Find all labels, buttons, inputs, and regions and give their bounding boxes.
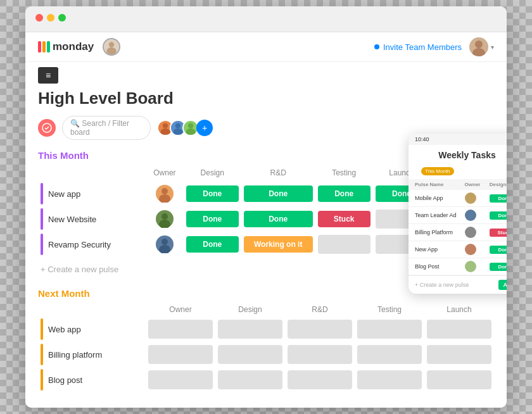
cell-empty [427, 345, 491, 364]
logo-icon [38, 41, 50, 53]
activity-icon [38, 119, 56, 137]
row-border-indicator [41, 318, 43, 340]
cell-empty [318, 235, 370, 254]
mobile-create-pulse[interactable]: + Create a new pulse [415, 282, 469, 288]
row-label: New app [41, 183, 143, 204]
list-item: Team Leader Ad Done [408, 207, 507, 224]
cell-empty [218, 370, 282, 389]
user-avatar [469, 37, 488, 56]
row-label: Blog post [41, 369, 143, 391]
row-border-indicator [41, 183, 43, 204]
next-month-table: Owner Design R&D Testing Launch Web app [38, 303, 494, 392]
cell-done: Done [244, 185, 313, 202]
mobile-cell-done: Done [490, 263, 507, 271]
cell-empty [218, 345, 282, 364]
mobile-row-name: Team Leader Ad [415, 212, 465, 218]
nav-center: Invite Team Members ▾ [120, 37, 494, 56]
cell-empty [288, 345, 352, 364]
invite-label: Invite Team Members [383, 42, 462, 52]
list-item: Mobile App Done [408, 190, 507, 207]
row-name: New Website [48, 215, 96, 224]
cell-done: Done [186, 211, 239, 227]
cell-empty [218, 320, 282, 339]
owner-avatar-1 [156, 185, 174, 203]
mobile-owner-avatar [465, 261, 476, 272]
mobile-overlay: 10:40 ▮ Weekly Tasks This Month Pulse Na… [408, 134, 507, 294]
col-header-testing-nm: Testing [355, 303, 424, 317]
svg-point-9 [160, 129, 170, 136]
col-header-design-nm: Design [215, 303, 285, 317]
close-dot[interactable] [35, 14, 43, 22]
mobile-footer: + Create a new pulse Add [408, 275, 507, 294]
col-header-pulse-nm [38, 303, 146, 317]
svg-point-4 [475, 41, 483, 48]
svg-point-12 [173, 129, 182, 136]
minimize-dot[interactable] [47, 14, 54, 22]
cell-empty [357, 370, 422, 389]
mobile-badge-area: This Month [408, 164, 507, 179]
hamburger-icon: ≡ [46, 70, 51, 80]
mobile-col-owner: Owner [465, 182, 490, 187]
row-name: Blog post [48, 375, 82, 385]
list-item: New App Done [408, 241, 507, 258]
col-header-rnd: R&D [241, 165, 315, 181]
col-header-owner: Owner [146, 165, 184, 181]
app-body: monday Invite Team Members [25, 32, 507, 408]
svg-point-23 [162, 239, 168, 245]
mobile-cell-stuck: Stuck [490, 229, 507, 237]
cell-empty [288, 320, 352, 339]
owner-avatar-2 [156, 210, 174, 228]
cell-empty [427, 320, 491, 339]
svg-point-11 [175, 123, 180, 128]
logo-bar-2 [42, 41, 46, 53]
col-header-pulse [38, 165, 146, 181]
svg-point-17 [162, 188, 168, 194]
row-border-indicator [41, 234, 43, 255]
owner-avatar-3 [156, 235, 174, 253]
navbar: monday Invite Team Members [25, 32, 507, 62]
cell-empty [288, 370, 352, 389]
mobile-cell-done: Done [490, 246, 507, 254]
cell-empty [148, 320, 213, 339]
invite-dot-icon [374, 44, 379, 49]
mobile-row-name: Blog Post [415, 263, 465, 270]
search-input[interactable]: 🔍 Search / Filter board [62, 116, 151, 140]
mobile-add-button[interactable]: Add [498, 280, 507, 290]
mobile-row-name: New App [415, 246, 465, 253]
row-name: Billing platform [48, 350, 102, 360]
row-border-indicator [41, 369, 43, 391]
board-title: High Level Board [38, 89, 494, 108]
row-border-indicator [41, 344, 43, 365]
row-label: Revamp Security [41, 234, 143, 255]
cell-done: Done [318, 185, 370, 202]
mobile-cell-done: Done [490, 194, 507, 203]
mobile-owner-avatar [465, 244, 476, 255]
svg-point-15 [186, 129, 195, 136]
user-area: ▾ [469, 37, 494, 56]
cell-empty [427, 370, 491, 389]
cell-working: Working on it [244, 236, 313, 253]
list-item: Billing Platform Stuck [408, 224, 507, 241]
user-dropdown-icon[interactable]: ▾ [491, 44, 494, 51]
row-name: Web app [48, 325, 81, 334]
avatar-stack: + [157, 120, 213, 136]
svg-point-2 [106, 47, 116, 55]
mobile-table-header: Pulse Name Owner Design [408, 179, 507, 190]
logo-bar-3 [47, 41, 50, 53]
col-header-testing: Testing [315, 165, 373, 181]
cell-done: Done [186, 236, 239, 253]
list-item: Blog Post Done [408, 258, 507, 275]
invite-team-button[interactable]: Invite Team Members [374, 42, 462, 52]
table-row: Web app [38, 317, 494, 342]
add-person-button[interactable]: + [196, 120, 213, 136]
row-label: New Website [41, 208, 143, 230]
maximize-dot[interactable] [58, 14, 66, 22]
nav-avatar-small [103, 38, 120, 56]
row-label: Web app [41, 318, 143, 340]
mobile-status-bar: 10:40 ▮ [408, 134, 507, 145]
menu-button[interactable]: ≡ [38, 67, 58, 84]
cell-done: Done [186, 185, 239, 202]
cell-empty [148, 370, 213, 389]
row-name: New app [48, 189, 80, 199]
logo-text: monday [53, 41, 94, 53]
